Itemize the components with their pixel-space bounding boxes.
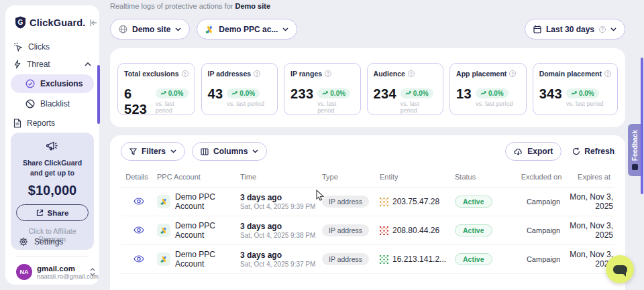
stat-delta: 0.0% <box>579 90 594 97</box>
entity-value: 16.213.141.2... <box>392 255 446 264</box>
stat-delta: 0.0% <box>488 90 504 97</box>
sidebar-item-clicks[interactable]: Clicks <box>5 38 99 56</box>
stat-label: App placement <box>456 70 506 78</box>
sidebar-item-blacklist[interactable]: Blacklist <box>11 94 94 113</box>
status-badge: Active <box>455 196 492 208</box>
page-subtitle: Realtime logs of protective actions for … <box>110 2 270 10</box>
refresh-button[interactable]: Refresh <box>572 147 614 156</box>
entity-value: 203.75.47.28 <box>392 197 439 206</box>
col-header-excluded-on[interactable]: Excluded on <box>521 173 566 181</box>
excluded-on-value: Campaign <box>521 255 566 263</box>
info-icon[interactable]: ? <box>604 70 611 77</box>
info-icon[interactable]: ? <box>182 70 189 77</box>
site-filter-dropdown[interactable]: Demo site <box>110 19 190 40</box>
chevron-down-icon <box>610 27 616 31</box>
excluded-on-value: Campaign <box>521 226 566 234</box>
ppc-account-filter-label: Demo PPC ac... <box>219 25 278 34</box>
share-button[interactable]: Share <box>16 204 89 221</box>
stat-delta: 0.0% <box>168 90 184 97</box>
sidebar-item-reports[interactable]: Reports <box>5 115 99 132</box>
main-content: Realtime logs of protective actions for … <box>110 0 625 290</box>
excluded-on-value: Campaign <box>521 198 566 206</box>
time-exact: Sat, Oct 4, 2025 9:38 PM <box>240 232 322 239</box>
chat-bubble-icon <box>613 265 627 274</box>
globe-icon <box>119 25 127 33</box>
sidebar-item-label: Blacklist <box>40 99 87 108</box>
bolt-icon <box>13 60 21 69</box>
stat-period: vs. last period <box>400 100 437 114</box>
stat-label: Total exclusions <box>124 70 179 78</box>
external-link-icon <box>36 209 44 216</box>
col-header-expires-at[interactable]: Expires at <box>566 173 614 181</box>
view-details-button[interactable] <box>132 254 146 264</box>
columns-dropdown[interactable]: Columns <box>192 142 267 161</box>
entity-value: 208.80.44.26 <box>392 226 439 235</box>
chevron-down-icon <box>282 27 288 31</box>
stat-period: vs. last period <box>566 100 604 107</box>
sidebar: G ClickGuard. Clicks Threat Exclusions B… <box>5 5 99 285</box>
stat-value: 234 <box>374 86 396 102</box>
type-badge: IP address <box>322 196 369 208</box>
info-icon[interactable]: ? <box>408 70 415 77</box>
info-icon: ? <box>599 26 606 33</box>
sidebar-item-label: Clicks <box>28 42 91 52</box>
chevron-updown-icon <box>90 268 95 276</box>
google-ads-icon <box>205 25 214 33</box>
time-exact: Sat, Oct 4, 2025 9:39 PM <box>240 203 322 210</box>
feedback-tab[interactable]: Feedback <box>628 124 642 176</box>
stat-label: IP ranges <box>290 70 322 78</box>
page-scrollbar[interactable] <box>641 58 643 194</box>
time-exact: Sat, Oct 4, 2025 9:37 PM <box>240 261 322 268</box>
table-row: Demo PPC Account 3 days agoSat, Oct 4, 2… <box>121 216 614 245</box>
refresh-label: Refresh <box>584 147 614 156</box>
info-icon[interactable]: ? <box>509 70 516 77</box>
filters-label: Filters <box>142 147 166 156</box>
sidebar-collapse-icon[interactable] <box>89 19 98 27</box>
sidebar-scrollbar[interactable] <box>97 65 100 124</box>
col-header-ppc-account[interactable]: PPC Account <box>157 173 240 181</box>
entity-identicon <box>380 198 388 206</box>
date-range-label: Last 30 days <box>546 25 594 34</box>
col-header-time[interactable]: Time <box>240 173 322 181</box>
chat-button[interactable] <box>606 255 634 283</box>
sidebar-item-settings[interactable]: Settings <box>11 233 94 250</box>
sidebar-item-exclusions[interactable]: Exclusions <box>11 74 94 93</box>
funnel-icon <box>129 148 137 155</box>
share-button-label: Share <box>48 209 69 217</box>
col-header-details[interactable]: Details <box>121 173 157 181</box>
info-icon[interactable]: ? <box>254 70 260 77</box>
sidebar-item-label: Reports <box>27 119 91 128</box>
entity-identicon <box>380 255 388 264</box>
document-icon <box>13 119 21 128</box>
status-badge: Active <box>455 224 492 236</box>
sidebar-item-label: Exclusions <box>40 79 87 88</box>
col-header-entity[interactable]: Entity <box>380 173 455 181</box>
feedback-label: Feedback <box>631 130 639 161</box>
col-header-type[interactable]: Type <box>322 173 380 181</box>
refresh-icon <box>572 147 580 155</box>
stat-value: 43 <box>208 86 223 102</box>
columns-label: Columns <box>213 147 248 156</box>
app-logo-text: ClickGuard. <box>30 17 86 28</box>
stat-card-ip-ranges: IP ranges? 233 0.0% vs. last period <box>284 63 361 115</box>
account-menu[interactable]: NA gmail.com naatali.ro@gmail.com <box>11 264 95 280</box>
type-badge: IP address <box>322 253 369 265</box>
stat-card-app-placement: App placement? 13 0.0% vs. last period <box>449 63 527 115</box>
google-ads-icon <box>157 252 170 266</box>
clickguard-logo-icon: G <box>15 16 26 29</box>
trend-up-icon <box>322 91 328 96</box>
table-header-row: Details PPC Account Time Type Entity Sta… <box>121 173 614 188</box>
col-header-status[interactable]: Status <box>455 173 521 181</box>
sidebar-item-threat[interactable]: Threat <box>5 56 99 73</box>
ppc-account-filter-dropdown[interactable]: Demo PPC ac... <box>197 19 297 40</box>
time-relative: 3 days ago <box>240 193 322 202</box>
info-icon[interactable]: ? <box>325 70 331 77</box>
view-details-button[interactable] <box>132 225 146 235</box>
filters-dropdown[interactable]: Filters <box>121 142 185 161</box>
export-button[interactable]: Export <box>505 142 561 161</box>
view-details-button[interactable] <box>132 196 146 206</box>
chevron-down-icon <box>175 27 181 31</box>
columns-icon <box>201 148 209 155</box>
entity-identicon <box>380 226 388 235</box>
date-range-dropdown[interactable]: Last 30 days ? <box>525 19 625 40</box>
